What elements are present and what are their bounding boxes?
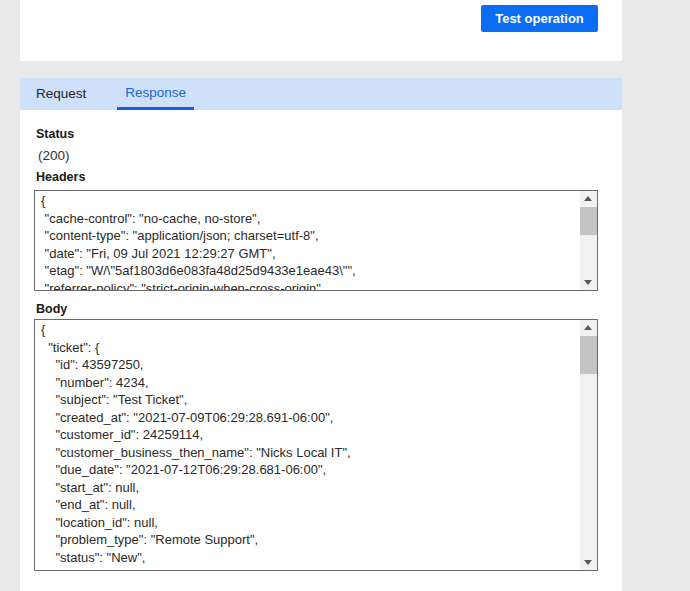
response-panel: Request Response Status (200) Headers { … <box>20 78 622 591</box>
tab-bar: Request Response <box>20 78 622 110</box>
headers-textarea[interactable]: { "cache-control": "no-cache, no-store",… <box>34 190 598 291</box>
tab-response[interactable]: Response <box>117 78 194 110</box>
scroll-up-icon[interactable] <box>580 320 597 336</box>
scroll-down-icon[interactable] <box>580 554 597 570</box>
body-content: { "ticket": { "id": 43597250, "number": … <box>35 320 579 570</box>
test-operation-button[interactable]: Test operation <box>481 5 598 32</box>
headers-scrollbar[interactable] <box>580 191 597 290</box>
status-label: Status <box>36 127 74 141</box>
scroll-thumb[interactable] <box>580 336 597 374</box>
operation-toolbar: Test operation <box>20 0 622 61</box>
headers-label: Headers <box>36 170 85 184</box>
tab-request[interactable]: Request <box>28 78 94 110</box>
headers-content: { "cache-control": "no-cache, no-store",… <box>35 191 579 290</box>
scroll-up-icon[interactable] <box>580 191 597 207</box>
body-label: Body <box>36 302 67 316</box>
scroll-thumb[interactable] <box>580 207 597 235</box>
body-scrollbar[interactable] <box>580 320 597 570</box>
page: { "colors": { "page_background": "#e9e9e… <box>0 0 690 591</box>
scroll-down-icon[interactable] <box>580 274 597 290</box>
body-textarea[interactable]: { "ticket": { "id": 43597250, "number": … <box>34 319 598 571</box>
status-value: (200) <box>38 148 70 163</box>
